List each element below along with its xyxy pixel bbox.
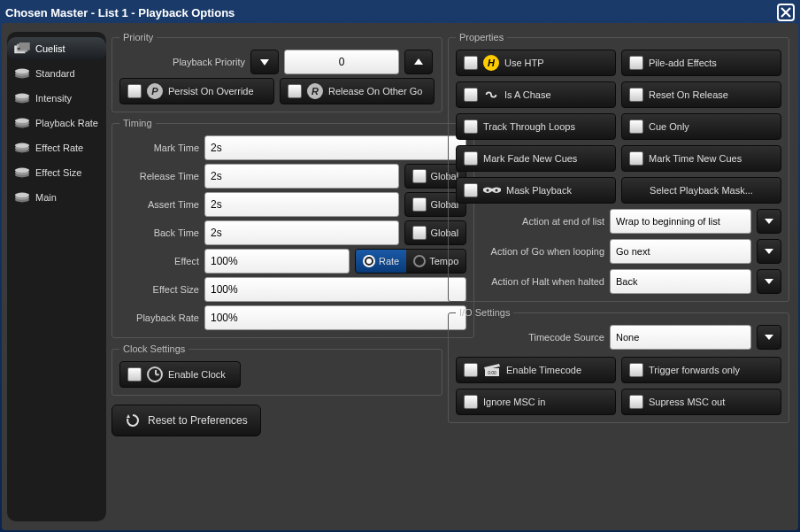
enable-timecode-toggle[interactable]: 0:00 Enable Timecode (456, 357, 616, 383)
effect-input[interactable] (204, 249, 350, 274)
playback-rate-label: Playback Rate (119, 312, 199, 323)
reset-to-preferences-button[interactable]: Reset to Preferences (112, 405, 261, 436)
playback-rate-input[interactable] (204, 305, 466, 330)
select-playback-mask-button[interactable]: Select Playback Mask... (621, 177, 781, 204)
tab-standard[interactable]: Standard (7, 62, 106, 85)
titlebar[interactable]: Chosen Master - List 1 - Playback Option… (2, 2, 798, 23)
tab-playback-rate[interactable]: Playback Rate (7, 112, 106, 135)
checkbox-icon (464, 120, 478, 134)
checkbox-icon (464, 151, 478, 166)
is-a-chase-toggle[interactable]: Is A Chase (456, 81, 616, 108)
mask-playback-toggle[interactable]: Mask Playback (456, 177, 616, 204)
mark-time-label: Mark Time (119, 143, 199, 153)
stack-icon (14, 191, 30, 204)
dropdown-arrow-button[interactable] (757, 239, 781, 264)
tab-label: Main (35, 192, 57, 203)
action-end-select[interactable]: Wrap to beginning of list (610, 209, 751, 234)
priority-decrement-button[interactable] (250, 50, 279, 74)
rate-radio[interactable]: Rate (356, 250, 406, 273)
action-go-loop-select[interactable]: Go next (610, 239, 751, 264)
main-area: Priority Playback Priority 0 P Persist O… (112, 32, 789, 521)
track-through-loops-toggle[interactable]: Track Through Loops (456, 113, 616, 140)
action-halt-select[interactable]: Back (610, 269, 751, 294)
stack-icon (14, 142, 30, 154)
svg-point-21 (15, 193, 29, 197)
dropdown-arrow-button[interactable] (757, 269, 781, 294)
mark-fade-new-cues-toggle[interactable]: Mark Fade New Cues (456, 145, 616, 172)
svg-marker-23 (414, 58, 423, 65)
tab-label: Intensity (35, 93, 72, 104)
release-on-other-go-toggle[interactable]: R Release On Other Go (280, 78, 435, 104)
assert-time-input[interactable] (204, 192, 399, 217)
sidebar: Cuelist Standard Intensity Playback Rate… (7, 32, 106, 521)
priority-value[interactable]: 0 (284, 50, 399, 74)
cue-only-toggle[interactable]: Cue Only (621, 113, 781, 140)
checkbox-icon (412, 197, 427, 212)
svg-marker-24 (127, 414, 130, 418)
svg-point-25 (487, 189, 489, 192)
release-other-label: Release On Other Go (328, 86, 422, 96)
timecode-source-select[interactable]: None (610, 325, 751, 350)
svg-rect-2 (19, 42, 30, 50)
reset-on-release-toggle[interactable]: Reset On Release (621, 81, 781, 108)
dropdown-arrow-button[interactable] (757, 209, 781, 234)
tab-effect-size[interactable]: Effect Size (7, 161, 106, 184)
radio-icon (413, 255, 426, 267)
mark-time-new-cues-toggle[interactable]: Mark Time New Cues (621, 145, 781, 172)
action-halt-label: Action of Halt when halted (456, 276, 604, 287)
checkbox-icon (629, 88, 643, 102)
effect-size-input[interactable] (204, 277, 466, 302)
close-button[interactable] (777, 4, 795, 21)
chevron-down-icon (765, 247, 773, 256)
ignore-msc-in-toggle[interactable]: Ignore MSC in (456, 389, 616, 415)
clock-settings-group: Clock Settings Enable Clock (112, 343, 442, 396)
clock-legend: Clock Settings (119, 343, 188, 354)
reset-icon (125, 412, 141, 428)
clock-icon (147, 366, 163, 382)
svg-point-6 (15, 69, 29, 73)
stack-icon (14, 166, 30, 179)
supress-msc-out-toggle[interactable]: Supress MSC out (621, 389, 781, 415)
triangle-up-icon (413, 57, 424, 67)
checkbox-icon (127, 367, 142, 382)
tab-effect-rate[interactable]: Effect Rate (7, 136, 106, 159)
r-badge-icon: R (307, 83, 323, 99)
timing-group: Timing Mark Time Release Time Global Ass… (112, 118, 474, 338)
svg-point-18 (15, 168, 29, 173)
checkbox-icon (464, 363, 478, 377)
use-htp-toggle[interactable]: H Use HTP (456, 50, 616, 76)
checkbox-icon (464, 88, 478, 102)
io-settings-group: I/O Settings Timecode Source None 0:00 E… (448, 307, 789, 423)
right-column: Properties H Use HTP Pile-add Effects (448, 32, 789, 521)
pile-add-effects-toggle[interactable]: Pile-add Effects (621, 50, 781, 76)
dropdown-arrow-button[interactable] (757, 325, 781, 350)
stack-icon (14, 67, 30, 80)
h-badge-icon: H (483, 55, 499, 71)
tab-label: Effect Size (35, 167, 81, 178)
priority-increment-button[interactable] (404, 50, 433, 74)
back-time-input[interactable] (204, 220, 399, 245)
checkbox-icon (629, 395, 643, 409)
mark-time-input[interactable] (204, 135, 466, 160)
svg-point-12 (15, 119, 29, 123)
svg-marker-30 (765, 335, 773, 340)
priority-legend: Priority (119, 32, 157, 42)
clapperboard-icon: 0:00 (483, 363, 501, 377)
tab-cuelist[interactable]: Cuelist (7, 37, 106, 60)
effect-label: Effect (119, 256, 199, 266)
persist-label: Persist On Override (168, 86, 254, 96)
svg-point-9 (15, 94, 29, 98)
svg-marker-29 (765, 279, 773, 284)
trigger-forwards-only-toggle[interactable]: Trigger forwards only (621, 357, 781, 383)
properties-group: Properties H Use HTP Pile-add Effects (448, 32, 789, 302)
tab-main[interactable]: Main (7, 186, 106, 209)
checkbox-icon (412, 169, 427, 183)
mask-icon (483, 185, 501, 196)
svg-point-26 (496, 189, 498, 192)
persist-on-override-toggle[interactable]: P Persist On Override (119, 78, 274, 104)
tab-intensity[interactable]: Intensity (7, 87, 106, 110)
svg-text:0:00: 0:00 (488, 370, 496, 375)
p-badge-icon: P (147, 83, 163, 99)
enable-clock-toggle[interactable]: Enable Clock (119, 361, 241, 388)
release-time-input[interactable] (204, 164, 399, 189)
